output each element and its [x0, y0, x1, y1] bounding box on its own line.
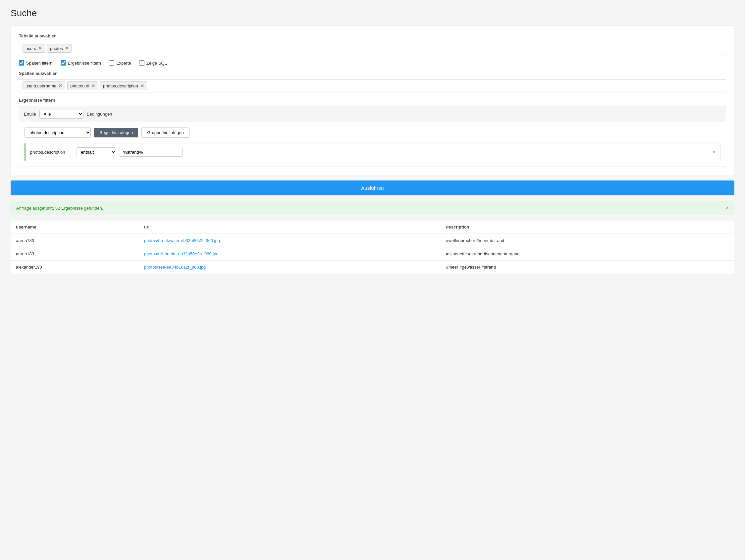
zeige-sql-label: Zeige SQL — [147, 61, 167, 66]
tag-users-remove[interactable]: ✕ — [38, 46, 42, 51]
tag-photos-label: photos — [50, 46, 63, 51]
ergebnisse-filtern-input[interactable] — [61, 60, 66, 66]
add-group-button[interactable]: Gruppe hinzufügen — [141, 128, 190, 138]
filter-field-select[interactable]: photos.description users.username photos… — [25, 128, 91, 138]
tag-photos-description-label: photos.description — [103, 84, 138, 89]
cell-description: #meer #gewässer #strand — [441, 261, 735, 274]
filter-add-row: photos.description users.username photos… — [25, 128, 720, 138]
cell-url: photos/breakwater-eb33b80c2f_960.jpg — [139, 234, 441, 248]
tag-users-username: users.username ✕ — [23, 81, 65, 90]
rule-delete-button[interactable]: × — [713, 150, 715, 155]
tag-photos-url: photos.url ✕ — [67, 81, 98, 90]
checkbox-ergebnisse-filtern[interactable]: Ergebnisse filtern — [61, 60, 101, 66]
cell-username: aaron183 — [10, 248, 139, 261]
table-tag-input[interactable]: users ✕ photos ✕ — [19, 42, 726, 55]
rule-operator-select[interactable]: enthält beginnt mit endet mit ist gleich… — [76, 147, 116, 157]
filter-header-suffix: Bedingungen — [87, 111, 112, 117]
filter-section-label: Ergebnisse filtern — [19, 98, 726, 103]
url-link[interactable]: photos/breakwater-eb33b80c2f_960.jpg — [144, 238, 220, 243]
tag-users-username-label: users.username — [26, 84, 56, 89]
spalten-filtern-input[interactable] — [19, 60, 24, 66]
results-tbody: aaron183photos/breakwater-eb33b80c2f_960… — [10, 234, 735, 273]
search-form-card: Tabelle auswählen users ✕ photos ✕ Spalt… — [10, 25, 735, 175]
success-banner: Anfrage ausgeführt. 52 Ergebnisse gefund… — [10, 201, 735, 215]
filter-body: photos.description users.username photos… — [19, 122, 726, 167]
success-message: Anfrage ausgeführt. 52 Ergebnisse gefund… — [16, 206, 103, 210]
filter-header-prefix: Erfülle — [24, 111, 36, 117]
table-row: aaron183photos/breakwater-eb33b80c2f_960… — [10, 234, 735, 248]
experte-label: Experte — [116, 61, 131, 66]
checkbox-spalten-filtern[interactable]: Spalten filtern — [19, 60, 53, 66]
cell-url: photos/silhouette-eb32b50e2a_960.jpg — [139, 248, 441, 261]
tag-photos-remove[interactable]: ✕ — [65, 46, 69, 51]
table-row: aaron183photos/silhouette-eb32b50e2a_960… — [10, 248, 735, 261]
cell-username: alexander190 — [10, 261, 139, 274]
filter-section: Ergebnisse filtern Erfülle Alle Mindeste… — [19, 98, 726, 167]
add-rule-button[interactable]: Regel hinzufügen — [94, 128, 138, 137]
column-selection-label: Spalten auswählen — [19, 71, 726, 76]
rule-value-input[interactable] — [120, 148, 183, 157]
tag-users: users ✕ — [23, 44, 45, 53]
filter-header: Erfülle Alle Mindestens eine Keine Bedin… — [19, 106, 726, 122]
url-link[interactable]: photos/silhouette-eb32b50e2a_960.jpg — [144, 251, 219, 256]
success-close-button[interactable]: × — [726, 205, 729, 211]
tag-users-username-remove[interactable]: ✕ — [58, 84, 62, 88]
tag-users-label: users — [26, 46, 36, 51]
col-header-description: description — [441, 221, 735, 234]
checkboxes-row: Spalten filtern Ergebnisse filtern Exper… — [19, 60, 726, 66]
cell-url: photos/sea-ea34b10a2f_960.jpg — [139, 261, 441, 274]
tag-photos-description: photos.description ✕ — [100, 81, 147, 90]
page-title: Suche — [10, 8, 735, 19]
url-link[interactable]: photos/sea-ea34b10a2f_960.jpg — [144, 265, 206, 270]
table-row: alexander190photos/sea-ea34b10a2f_960.jp… — [10, 261, 735, 274]
spalten-filtern-label: Spalten filtern — [26, 61, 53, 66]
ergebnisse-filtern-label: Ergebnisse filtern — [68, 61, 101, 66]
results-table: username url description aaron183photos/… — [10, 221, 735, 273]
filter-condition-select[interactable]: Alle Mindestens eine Keine — [39, 110, 84, 119]
column-tag-input[interactable]: users.username ✕ photos.url ✕ photos.des… — [19, 79, 726, 92]
cell-description: #wellenbrecher #meer #strand — [441, 234, 735, 248]
cell-username: aaron183 — [10, 234, 139, 248]
tag-photos-url-remove[interactable]: ✕ — [91, 84, 95, 88]
col-header-url: url — [139, 221, 441, 234]
execute-button[interactable]: Ausführen — [10, 180, 735, 195]
zeige-sql-input[interactable] — [139, 60, 144, 66]
tag-photos-url-label: photos.url — [70, 84, 89, 89]
results-header-row: username url description — [10, 221, 735, 234]
tag-photos-description-remove[interactable]: ✕ — [140, 84, 144, 88]
rule-field-label: photos.description — [30, 150, 73, 155]
experte-input[interactable] — [109, 60, 114, 66]
tag-photos: photos ✕ — [47, 44, 72, 53]
table-selection-label: Tabelle auswählen — [19, 33, 726, 38]
col-header-username: username — [10, 221, 139, 234]
checkbox-experte[interactable]: Experte — [109, 60, 131, 66]
cell-description: #silhouette #strand #sonnenuntergang — [441, 248, 735, 261]
checkbox-zeige-sql[interactable]: Zeige SQL — [139, 60, 167, 66]
results-table-header: username url description — [10, 221, 735, 234]
filter-rule-row: photos.description enthält beginnt mit e… — [25, 143, 720, 161]
